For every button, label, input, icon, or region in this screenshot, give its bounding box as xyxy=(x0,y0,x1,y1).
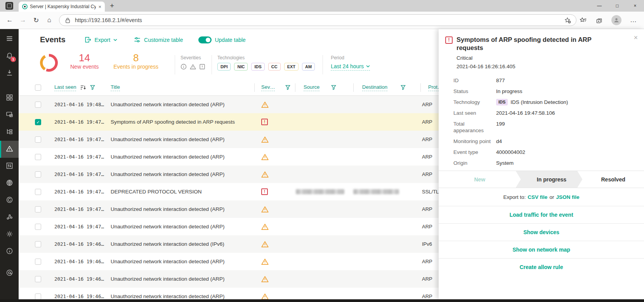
sidebar-item-dashboard[interactable] xyxy=(0,90,19,107)
back-icon[interactable]: ← xyxy=(3,16,16,24)
tech-badge-ids[interactable]: IDS xyxy=(251,63,264,71)
collections-icon[interactable] xyxy=(595,17,603,24)
protocol-cell: ARP xyxy=(422,119,432,125)
event-detail-panel: × ! Symptoms of ARP spoofing detected in… xyxy=(439,29,644,299)
sidebar-item-account[interactable] xyxy=(0,265,19,282)
select-all-checkbox[interactable] xyxy=(35,85,41,91)
update-table-toggle[interactable]: Update table xyxy=(198,36,245,43)
sidebar-item-process-control[interactable] xyxy=(0,124,19,141)
sort-desc-icon[interactable] xyxy=(80,85,86,90)
tab-close-icon[interactable]: × xyxy=(98,4,101,9)
window-minimize-button[interactable]: — xyxy=(590,0,608,12)
toggle-on-icon[interactable] xyxy=(198,36,212,43)
critical-icon[interactable] xyxy=(199,64,205,70)
filter-icon[interactable] xyxy=(285,85,290,90)
info-icon[interactable] xyxy=(181,64,187,70)
url-text[interactable]: https://192.168.2.1/#/events xyxy=(75,17,564,23)
tech-badge-ext[interactable]: EXT xyxy=(284,63,299,71)
row-checkbox[interactable] xyxy=(35,259,41,265)
more-icon[interactable]: … xyxy=(630,16,637,24)
forward-icon[interactable]: → xyxy=(16,16,30,24)
export-button[interactable]: Export xyxy=(84,36,117,43)
sidebar-item-events[interactable] xyxy=(0,141,19,158)
protocol-cell: ARP xyxy=(422,276,432,282)
sidebar-item-downloads[interactable] xyxy=(0,65,19,82)
sidebar-item-menu[interactable] xyxy=(0,31,19,48)
last-seen-cell: 2021-04-16 19:47… xyxy=(54,154,104,160)
period-dropdown[interactable]: Last 24 hours xyxy=(331,63,370,71)
status-step-in-progress[interactable]: In progress xyxy=(516,171,583,188)
critical-severity-icon: ! xyxy=(445,36,453,44)
tech-badge-am[interactable]: AM xyxy=(302,63,315,71)
status-step-new[interactable]: New xyxy=(439,171,521,188)
sidebar-item-about[interactable] xyxy=(0,243,19,260)
home-icon[interactable]: ⌂ xyxy=(43,16,56,24)
tech-badge-dpi[interactable]: DPI xyxy=(217,63,231,71)
last-seen-cell: 2021-04-16 19:46… xyxy=(54,241,104,247)
row-checkbox[interactable]: ✓ xyxy=(35,119,41,125)
close-icon[interactable]: × xyxy=(634,34,638,42)
export-icon xyxy=(84,36,92,43)
show-on-network-map-button[interactable]: Show on network map xyxy=(439,241,644,258)
sidebar-item-network-map[interactable] xyxy=(0,175,19,192)
filter-icon[interactable] xyxy=(331,85,336,90)
address-bar[interactable]: https://192.168.2.1/#/events xyxy=(59,14,576,26)
column-severity[interactable]: Sev… xyxy=(254,84,295,91)
status-step-resolved[interactable]: Resolved xyxy=(582,171,644,188)
row-checkbox[interactable] xyxy=(35,241,41,247)
row-checkbox[interactable] xyxy=(35,206,41,212)
ids-badge: IDS xyxy=(496,99,508,105)
event-timestamp: 2021-04-16 16:26:16.405 xyxy=(457,64,644,69)
column-source[interactable]: Source xyxy=(295,84,353,91)
sidebar-item-settings[interactable] xyxy=(0,226,19,243)
filter-icon[interactable] xyxy=(90,85,95,90)
column-title[interactable]: Title xyxy=(111,84,254,91)
show-devices-button[interactable]: Show devices xyxy=(439,223,644,241)
sidebar-item-network-control[interactable] xyxy=(0,209,19,226)
window-maximize-button[interactable]: □ xyxy=(608,0,626,12)
technology-badges: DPINICIDSCCEXTAM xyxy=(217,63,315,71)
sidebar-item-notifications[interactable]: 1 xyxy=(0,48,19,65)
column-last-seen[interactable]: Last seen xyxy=(54,84,111,91)
profile-icon[interactable] xyxy=(611,15,621,25)
export-row: Export to: CSV file or JSON file xyxy=(439,188,644,206)
warning-icon[interactable] xyxy=(190,64,196,70)
protocol-cell: ARP xyxy=(422,259,432,264)
row-checkbox[interactable] xyxy=(35,154,41,160)
row-checkbox[interactable] xyxy=(35,224,41,230)
favorites-bar-icon[interactable] xyxy=(580,17,587,24)
browser-tab[interactable]: Server | Kaspersky Industrial Cyb × xyxy=(19,2,105,12)
sidebar-item-vulnerabilities[interactable] xyxy=(0,192,19,209)
last-seen-cell: 2021-04-16 19:47… xyxy=(54,206,104,212)
protocol-cell: ARP xyxy=(422,206,432,212)
tech-badge-cc[interactable]: CC xyxy=(268,63,281,71)
row-checkbox[interactable] xyxy=(35,276,41,282)
create-allow-rule-button[interactable]: Create allow rule xyxy=(439,258,644,276)
load-traffic-for-the-event-button[interactable]: Load traffic for the event xyxy=(439,206,644,223)
customize-table-button[interactable]: Customize table xyxy=(134,36,183,43)
row-checkbox[interactable] xyxy=(35,136,41,143)
row-checkbox[interactable] xyxy=(35,293,41,300)
row-checkbox[interactable] xyxy=(35,102,41,108)
new-tab-button[interactable]: + xyxy=(110,3,114,9)
tab-actions-icon[interactable] xyxy=(5,2,13,10)
sidebar-item-traffic[interactable] xyxy=(0,158,19,175)
window-close-button[interactable]: × xyxy=(626,0,644,12)
title-cell: Unauthorized network interaction detecte… xyxy=(111,276,224,282)
filter-icon[interactable] xyxy=(401,85,406,90)
title-cell: Unauthorized network interaction detecte… xyxy=(111,102,224,107)
column-destination[interactable]: Destination xyxy=(353,84,420,91)
star-add-icon[interactable] xyxy=(564,17,571,24)
tab-strip: Server | Kaspersky Industrial Cyb × + — … xyxy=(0,0,644,12)
dashboard-icon xyxy=(5,93,14,103)
row-checkbox[interactable] xyxy=(35,189,41,195)
tech-badge-nic[interactable]: NIC xyxy=(234,63,248,71)
event-title: Symptoms of ARP spoofing detected in ARP… xyxy=(457,36,614,52)
refresh-icon[interactable]: ↻ xyxy=(30,16,43,24)
sidebar-item-devices[interactable] xyxy=(0,107,19,124)
redacted-destination xyxy=(353,189,399,194)
csv-file-link[interactable]: CSV file xyxy=(528,194,547,200)
row-checkbox[interactable] xyxy=(35,171,41,178)
field-label: Technology xyxy=(453,99,496,105)
json-file-link[interactable]: JSON file xyxy=(556,194,579,200)
